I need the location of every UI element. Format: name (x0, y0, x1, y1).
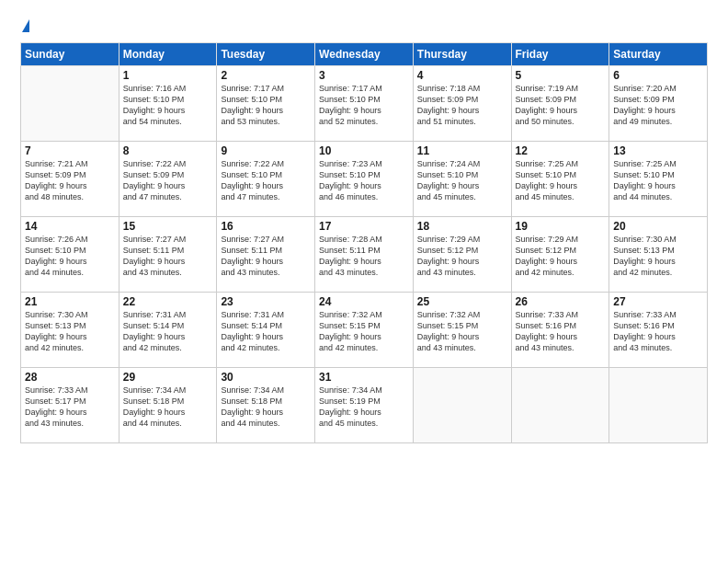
calendar-cell: 20Sunrise: 7:30 AM Sunset: 5:13 PM Dayli… (609, 216, 708, 292)
day-info: Sunrise: 7:22 AM Sunset: 5:10 PM Dayligh… (221, 158, 311, 203)
day-number: 29 (123, 371, 213, 384)
day-number: 18 (417, 220, 507, 233)
calendar-cell: 14Sunrise: 7:26 AM Sunset: 5:10 PM Dayli… (21, 216, 119, 292)
day-number: 25 (417, 295, 507, 308)
day-number: 24 (319, 295, 409, 308)
day-number: 27 (613, 295, 703, 308)
weekday-header-thursday: Thursday (413, 42, 511, 65)
day-info: Sunrise: 7:17 AM Sunset: 5:10 PM Dayligh… (319, 83, 409, 128)
day-info: Sunrise: 7:25 AM Sunset: 5:10 PM Dayligh… (613, 158, 703, 203)
calendar-cell (413, 367, 511, 442)
weekday-header-monday: Monday (119, 42, 217, 65)
calendar-cell: 25Sunrise: 7:32 AM Sunset: 5:15 PM Dayli… (413, 292, 511, 367)
weekday-header-row: SundayMondayTuesdayWednesdayThursdayFrid… (21, 42, 708, 65)
day-info: Sunrise: 7:20 AM Sunset: 5:09 PM Dayligh… (613, 83, 703, 128)
calendar-cell: 27Sunrise: 7:33 AM Sunset: 5:16 PM Dayli… (609, 292, 708, 367)
day-info: Sunrise: 7:23 AM Sunset: 5:10 PM Dayligh… (319, 158, 409, 203)
day-number: 14 (25, 220, 115, 233)
calendar-week-1: 1Sunrise: 7:16 AM Sunset: 5:10 PM Daylig… (21, 65, 708, 141)
day-info: Sunrise: 7:32 AM Sunset: 5:15 PM Dayligh… (417, 309, 507, 354)
day-info: Sunrise: 7:30 AM Sunset: 5:13 PM Dayligh… (613, 234, 703, 279)
weekday-header-saturday: Saturday (609, 42, 708, 65)
calendar-cell: 10Sunrise: 7:23 AM Sunset: 5:10 PM Dayli… (315, 141, 414, 216)
day-number: 1 (123, 69, 213, 82)
calendar-cell: 23Sunrise: 7:31 AM Sunset: 5:14 PM Dayli… (217, 292, 315, 367)
weekday-header-wednesday: Wednesday (315, 42, 414, 65)
calendar-week-4: 21Sunrise: 7:30 AM Sunset: 5:13 PM Dayli… (21, 292, 708, 367)
calendar-cell: 12Sunrise: 7:25 AM Sunset: 5:10 PM Dayli… (511, 141, 609, 216)
day-info: Sunrise: 7:22 AM Sunset: 5:09 PM Dayligh… (123, 158, 213, 203)
calendar-cell: 18Sunrise: 7:29 AM Sunset: 5:12 PM Dayli… (413, 216, 511, 292)
day-info: Sunrise: 7:34 AM Sunset: 5:18 PM Dayligh… (221, 385, 311, 430)
day-number: 10 (319, 144, 409, 157)
day-number: 22 (123, 295, 213, 308)
logo-general (20, 17, 29, 35)
calendar-table: SundayMondayTuesdayWednesdayThursdayFrid… (20, 42, 708, 443)
day-number: 28 (25, 371, 115, 384)
calendar-cell (21, 65, 119, 141)
calendar-cell: 26Sunrise: 7:33 AM Sunset: 5:16 PM Dayli… (511, 292, 609, 367)
calendar-cell: 24Sunrise: 7:32 AM Sunset: 5:15 PM Dayli… (315, 292, 414, 367)
day-info: Sunrise: 7:18 AM Sunset: 5:09 PM Dayligh… (417, 83, 507, 128)
day-number: 17 (319, 220, 409, 233)
calendar-cell: 11Sunrise: 7:24 AM Sunset: 5:10 PM Dayli… (413, 141, 511, 216)
calendar-cell: 22Sunrise: 7:31 AM Sunset: 5:14 PM Dayli… (119, 292, 217, 367)
calendar-cell: 2Sunrise: 7:17 AM Sunset: 5:10 PM Daylig… (217, 65, 315, 141)
page: SundayMondayTuesdayWednesdayThursdayFrid… (0, 0, 728, 563)
day-info: Sunrise: 7:31 AM Sunset: 5:14 PM Dayligh… (123, 309, 213, 354)
calendar-cell: 16Sunrise: 7:27 AM Sunset: 5:11 PM Dayli… (217, 216, 315, 292)
calendar-cell: 1Sunrise: 7:16 AM Sunset: 5:10 PM Daylig… (119, 65, 217, 141)
day-number: 13 (613, 144, 703, 157)
day-number: 31 (319, 371, 409, 384)
day-number: 21 (25, 295, 115, 308)
day-number: 12 (516, 144, 606, 157)
day-number: 5 (516, 69, 606, 82)
day-info: Sunrise: 7:29 AM Sunset: 5:12 PM Dayligh… (417, 234, 507, 279)
day-number: 23 (221, 295, 311, 308)
day-info: Sunrise: 7:33 AM Sunset: 5:16 PM Dayligh… (613, 309, 703, 354)
day-number: 20 (613, 220, 703, 233)
day-info: Sunrise: 7:28 AM Sunset: 5:11 PM Dayligh… (319, 234, 409, 279)
day-number: 15 (123, 220, 213, 233)
calendar-week-5: 28Sunrise: 7:33 AM Sunset: 5:17 PM Dayli… (21, 367, 708, 442)
day-info: Sunrise: 7:27 AM Sunset: 5:11 PM Dayligh… (221, 234, 311, 279)
day-info: Sunrise: 7:26 AM Sunset: 5:10 PM Dayligh… (25, 234, 115, 279)
calendar-cell: 29Sunrise: 7:34 AM Sunset: 5:18 PM Dayli… (119, 367, 217, 442)
weekday-header-sunday: Sunday (21, 42, 119, 65)
calendar-cell (511, 367, 609, 442)
calendar-cell: 5Sunrise: 7:19 AM Sunset: 5:09 PM Daylig… (511, 65, 609, 141)
calendar-cell: 21Sunrise: 7:30 AM Sunset: 5:13 PM Dayli… (21, 292, 119, 367)
day-number: 26 (516, 295, 606, 308)
day-info: Sunrise: 7:19 AM Sunset: 5:09 PM Dayligh… (516, 83, 606, 128)
calendar-week-2: 7Sunrise: 7:21 AM Sunset: 5:09 PM Daylig… (21, 141, 708, 216)
calendar-cell: 9Sunrise: 7:22 AM Sunset: 5:10 PM Daylig… (217, 141, 315, 216)
calendar-cell: 28Sunrise: 7:33 AM Sunset: 5:17 PM Dayli… (21, 367, 119, 442)
weekday-header-friday: Friday (511, 42, 609, 65)
day-info: Sunrise: 7:27 AM Sunset: 5:11 PM Dayligh… (123, 234, 213, 279)
calendar-week-3: 14Sunrise: 7:26 AM Sunset: 5:10 PM Dayli… (21, 216, 708, 292)
day-number: 11 (417, 144, 507, 157)
day-info: Sunrise: 7:31 AM Sunset: 5:14 PM Dayligh… (221, 309, 311, 354)
day-info: Sunrise: 7:24 AM Sunset: 5:10 PM Dayligh… (417, 158, 507, 203)
day-number: 3 (319, 69, 409, 82)
calendar-cell: 19Sunrise: 7:29 AM Sunset: 5:12 PM Dayli… (511, 216, 609, 292)
day-number: 8 (123, 144, 213, 157)
day-number: 30 (221, 371, 311, 384)
calendar-cell: 8Sunrise: 7:22 AM Sunset: 5:09 PM Daylig… (119, 141, 217, 216)
day-number: 7 (25, 144, 115, 157)
day-info: Sunrise: 7:34 AM Sunset: 5:19 PM Dayligh… (319, 385, 409, 430)
calendar-cell: 3Sunrise: 7:17 AM Sunset: 5:10 PM Daylig… (315, 65, 414, 141)
day-info: Sunrise: 7:17 AM Sunset: 5:10 PM Dayligh… (221, 83, 311, 128)
day-info: Sunrise: 7:33 AM Sunset: 5:17 PM Dayligh… (25, 385, 115, 430)
calendar-cell: 6Sunrise: 7:20 AM Sunset: 5:09 PM Daylig… (609, 65, 708, 141)
logo-triangle-icon (22, 19, 29, 32)
calendar-cell: 17Sunrise: 7:28 AM Sunset: 5:11 PM Dayli… (315, 216, 414, 292)
day-info: Sunrise: 7:21 AM Sunset: 5:09 PM Dayligh… (25, 158, 115, 203)
day-number: 16 (221, 220, 311, 233)
header (20, 17, 708, 35)
calendar-cell: 7Sunrise: 7:21 AM Sunset: 5:09 PM Daylig… (21, 141, 119, 216)
day-info: Sunrise: 7:29 AM Sunset: 5:12 PM Dayligh… (516, 234, 606, 279)
day-number: 2 (221, 69, 311, 82)
day-info: Sunrise: 7:32 AM Sunset: 5:15 PM Dayligh… (319, 309, 409, 354)
calendar-cell (609, 367, 708, 442)
